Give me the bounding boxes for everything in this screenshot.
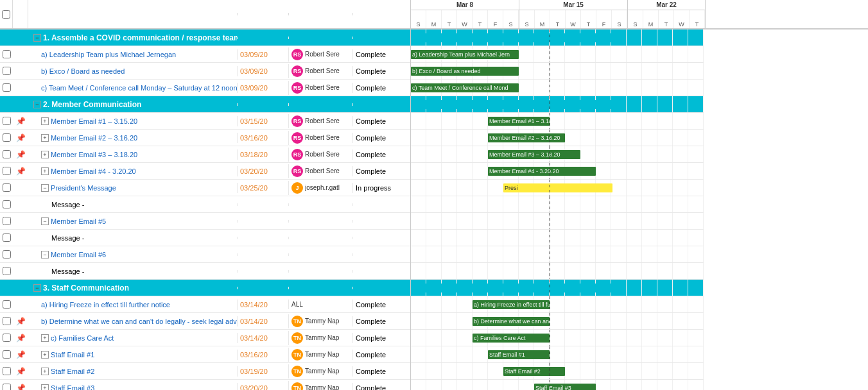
collapse-icon[interactable]: − (33, 34, 41, 42)
today-line (550, 363, 550, 379)
gantt-grid-cell (688, 280, 704, 296)
row-check[interactable] (3, 200, 11, 208)
select-all-checkbox[interactable] (2, 10, 10, 19)
row-check[interactable] (3, 317, 11, 325)
row-check[interactable] (3, 267, 11, 275)
row-name-text[interactable]: Member Email #6 (51, 251, 106, 259)
gantt-panel: Mar 8SMTWTFSMar 15SMTWTFSMar 22SMTWT a) … (411, 0, 868, 390)
row-check[interactable] (3, 67, 11, 75)
expand-icon[interactable]: + (41, 117, 49, 125)
gantt-grid-cell (673, 46, 688, 62)
row-name-text[interactable]: Member Email #5 (51, 217, 106, 225)
expand-icon[interactable]: + (41, 334, 49, 342)
gantt-grid-cell (688, 246, 704, 262)
row-name-cell: +Member Email #3 – 3.18.20 (28, 149, 237, 160)
row-check[interactable] (3, 50, 11, 58)
row-name-text: 3. Staff Communication (43, 284, 129, 292)
row-check[interactable] (3, 384, 11, 390)
row-name-text[interactable]: Staff Email #1 (51, 351, 94, 359)
expand-icon[interactable]: + (41, 368, 49, 375)
collapse-icon[interactable]: − (41, 217, 49, 225)
gantt-grid-cell (442, 296, 457, 312)
pin-col-header (13, 0, 28, 28)
row-check[interactable] (3, 83, 11, 92)
gantt-grid-cell (550, 263, 565, 279)
row-check[interactable] (3, 217, 11, 225)
row-name-text[interactable]: a) Hiring Freeze in effect till further … (41, 301, 170, 309)
gantt-grid-cell (627, 30, 642, 46)
row-name-text[interactable]: Message - (51, 267, 84, 275)
row-name-cell: b) Determine what we can and can't do le… (28, 316, 237, 326)
gantt-grid-cell (565, 246, 580, 262)
gantt-grid-cell (611, 46, 627, 62)
row-name-text[interactable]: a) Leadership Team plus Michael Jernegan (41, 51, 176, 58)
row-name-text[interactable]: Member Email #1 – 3.15.20 (51, 117, 137, 125)
expand-icon[interactable]: + (41, 167, 49, 175)
row-check[interactable] (3, 350, 11, 359)
gantt-grid-cell (534, 263, 550, 279)
gantt-grid-cell (457, 246, 473, 262)
gantt-grid-cell (580, 113, 596, 129)
gantt-grid-cell (565, 296, 580, 312)
row-check[interactable] (3, 250, 11, 259)
row-assigned: RSRobert Sere (288, 164, 352, 178)
row-check[interactable] (3, 367, 11, 375)
collapse-icon[interactable]: − (33, 284, 41, 292)
gantt-grid-cell (642, 230, 657, 246)
row-name-text[interactable]: Staff Email #3 (51, 384, 94, 391)
gantt-grid-cell (596, 246, 611, 262)
row-name-text[interactable]: President's Message (51, 184, 116, 192)
row-name-text[interactable]: Member Email #2 – 3.16.20 (51, 134, 137, 142)
row-assigned (288, 287, 352, 289)
expand-icon[interactable]: + (41, 134, 49, 142)
row-assigned: RSRobert Sere (288, 114, 352, 128)
gantt-grid-cell (627, 63, 642, 79)
row-check[interactable] (3, 183, 11, 192)
row-status: Complete (352, 366, 410, 377)
row-check[interactable] (3, 334, 11, 342)
row-check[interactable] (3, 117, 11, 125)
row-name-text[interactable]: Member Email #3 – 3.18.20 (51, 151, 137, 158)
gantt-grid-cell (627, 230, 642, 246)
gantt-grid-cell (426, 213, 442, 229)
row-name-text[interactable]: Message - (51, 201, 84, 208)
gantt-grid-cell (657, 96, 673, 112)
gantt-grid-cell (596, 163, 611, 179)
expand-icon[interactable]: + (41, 384, 49, 391)
gantt-grid-cell (580, 196, 596, 212)
gantt-grid-cell (673, 146, 688, 162)
collapse-icon[interactable]: − (41, 184, 49, 192)
expand-icon[interactable]: + (41, 351, 49, 359)
row-check[interactable] (3, 150, 11, 158)
gantt-grid-cell (611, 196, 627, 212)
row-check[interactable] (3, 167, 11, 175)
row-check[interactable] (3, 133, 11, 142)
table-row: 📌b) Determine what we can and can't do l… (0, 313, 410, 330)
gantt-grid-cell (642, 196, 657, 212)
expand-icon[interactable]: + (41, 151, 49, 158)
row-name-text[interactable]: c) Families Care Act (51, 334, 114, 342)
row-pin: 📌 (13, 384, 28, 391)
gantt-grid-cell (473, 246, 488, 262)
row-status: Complete (352, 300, 410, 310)
gantt-bar: Staff Email #1 (488, 350, 550, 359)
gantt-grid-cell (411, 213, 426, 229)
row-name-text[interactable]: Message - (51, 234, 84, 242)
assigned-name: Tammy Nap (305, 384, 339, 390)
row-name-text[interactable]: b) Determine what we can and can't do le… (41, 318, 237, 325)
gantt-grid-cell (519, 230, 534, 246)
gantt-grid-cell (550, 196, 565, 212)
row-status: Complete (352, 333, 410, 343)
row-check[interactable] (3, 233, 11, 242)
gantt-bar-label: Presi (503, 185, 519, 191)
row-check[interactable] (3, 300, 11, 309)
gantt-grid-cell (611, 230, 627, 246)
week-group: Mar 15SMTWTFS (519, 0, 628, 28)
row-name-text[interactable]: c) Team Meet / Conference call Monday – … (41, 84, 237, 92)
main-container: −1. Assemble a COVID communication / res… (0, 0, 868, 390)
collapse-icon[interactable]: − (41, 251, 49, 259)
row-name-text[interactable]: Member Email #4 - 3.20.20 (51, 167, 136, 175)
row-name-text[interactable]: b) Exco / Board as needed (41, 67, 125, 75)
row-name-text[interactable]: Staff Email #2 (51, 368, 94, 375)
collapse-icon[interactable]: − (33, 101, 41, 108)
